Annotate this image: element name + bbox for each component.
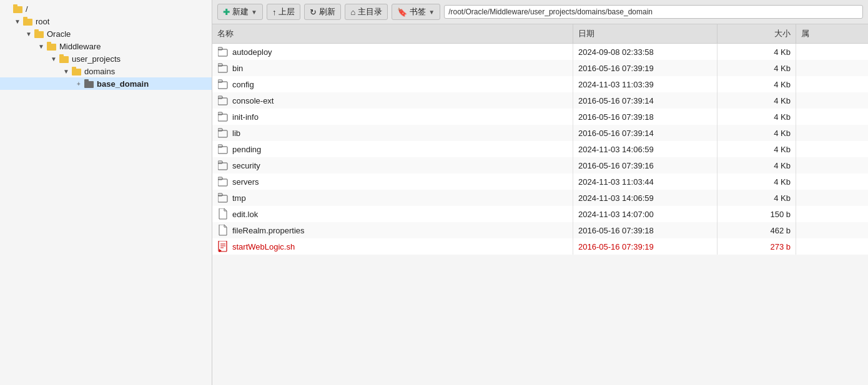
svg-rect-10 (72, 69, 81, 76)
svg-rect-8 (59, 56, 69, 63)
home-button-label: 主目录 (358, 6, 382, 17)
folder-icon (217, 46, 229, 57)
file-name-cell: servers (212, 173, 573, 190)
root-label: / (26, 4, 28, 14)
table-row[interactable]: bin2016-05-16 07:39:194 Kb (212, 60, 868, 76)
svg-rect-7 (47, 42, 51, 44)
script-icon (217, 241, 229, 252)
table-row[interactable]: config2024-11-03 11:03:394 Kb (212, 76, 868, 92)
svg-rect-18 (218, 82, 227, 89)
svg-rect-30 (218, 179, 227, 186)
file-name-cell: startWebLogic.sh (212, 238, 573, 255)
user-projects-folder-icon (59, 54, 70, 64)
path-bar[interactable] (444, 5, 863, 19)
file-size-cell: 273 b (718, 238, 796, 255)
tree-item-oracle[interactable]: ▼ Oracle (0, 27, 212, 40)
table-row[interactable]: console-ext2016-05-16 07:39:144 Kb (212, 92, 868, 109)
col-header-date[interactable]: 日期 (573, 24, 718, 44)
svg-rect-22 (218, 114, 227, 121)
file-date-cell: 2016-05-16 07:39:16 (573, 157, 718, 173)
file-attr-cell (796, 173, 869, 190)
svg-rect-9 (59, 54, 64, 57)
table-row[interactable]: pending2024-11-03 14:06:594 Kb (212, 141, 868, 157)
file-name-cell: pending (212, 141, 573, 157)
up-button[interactable]: ↑ 上层 (267, 4, 301, 20)
tree-item-middleware[interactable]: ▼ Middleware (0, 40, 212, 52)
file-date-cell: 2024-11-03 14:06:59 (573, 190, 718, 206)
svg-rect-2 (23, 19, 32, 26)
file-date-cell: 2024-11-03 11:03:39 (573, 76, 718, 92)
file-date-cell: 2024-09-08 02:33:58 (573, 44, 718, 61)
svg-rect-4 (34, 31, 44, 38)
table-row[interactable]: edit.lok2024-11-03 14:07:00150 b (212, 206, 868, 222)
middleware-expander: ▼ (36, 41, 46, 51)
file-name-cell: edit.lok (212, 206, 573, 222)
table-row[interactable]: fileRealm.properties2016-05-16 07:39:184… (212, 222, 868, 238)
bookmark-button[interactable]: 🔖 书签 ▼ (392, 4, 440, 20)
svg-rect-28 (218, 163, 227, 170)
svg-rect-5 (34, 29, 39, 32)
base-domain-folder-icon (84, 79, 95, 89)
folder-icon (217, 192, 229, 203)
table-row[interactable]: lib2016-05-16 07:39:144 Kb (212, 125, 868, 141)
table-row[interactable]: startWebLogic.sh2016-05-16 07:39:19273 b (212, 238, 868, 255)
file-icon (217, 225, 229, 236)
file-date-cell: 2024-11-03 14:07:00 (573, 206, 718, 222)
tree-item-domains[interactable]: ▼ domains (0, 65, 212, 77)
refresh-button[interactable]: ↻ 刷新 (304, 4, 341, 20)
file-attr-cell (796, 109, 869, 125)
file-name-text: tmp (232, 193, 246, 203)
tree-item-root[interactable]: ▼ root (0, 15, 212, 27)
file-name-cell: tmp (212, 190, 573, 206)
file-attr-cell (796, 157, 869, 173)
table-header-row: 名称 日期 大小 属 (212, 24, 868, 44)
file-attr-cell (796, 76, 869, 92)
file-size-cell: 4 Kb (718, 109, 796, 125)
table-row[interactable]: init-info2016-05-16 07:39:184 Kb (212, 109, 868, 125)
root-folder-icon (12, 4, 24, 14)
oracle-expander: ▼ (24, 29, 34, 39)
root-expander-icon (2, 4, 12, 14)
svg-rect-26 (218, 147, 227, 154)
svg-rect-16 (218, 66, 227, 72)
middleware-folder-icon (46, 41, 57, 51)
file-date-cell: 2024-11-03 14:06:59 (573, 141, 718, 157)
file-name-cell: autodeploy (212, 44, 573, 61)
file-size-cell: 150 b (718, 206, 796, 222)
file-attr-cell (796, 60, 869, 76)
svg-rect-1 (13, 4, 17, 7)
tree-item-user-projects[interactable]: ▼ user_projects (0, 52, 212, 65)
tree-root-item[interactable]: / (0, 2, 212, 15)
col-header-name[interactable]: 名称 (212, 24, 573, 44)
tree-root-node-label: root (36, 17, 49, 26)
file-name-cell: config (212, 76, 573, 92)
new-button[interactable]: ✚ 新建 ▼ (217, 4, 263, 20)
up-button-label: 上层 (279, 6, 295, 17)
file-icon (217, 208, 229, 220)
folder-icon (217, 62, 229, 74)
base-domain-expander: + (74, 79, 84, 89)
col-header-size[interactable]: 大小 (718, 24, 796, 44)
table-row[interactable]: autodeploy2024-09-08 02:33:584 Kb (212, 44, 868, 61)
middleware-label: Middleware (59, 42, 101, 51)
folder-icon (217, 176, 229, 187)
file-name-text: pending (232, 145, 261, 154)
bookmark-dropdown-icon: ▼ (428, 9, 435, 16)
table-row[interactable]: tmp2024-11-03 14:06:594 Kb (212, 190, 868, 206)
bookmark-button-label: 书签 (410, 6, 426, 17)
file-size-cell: 4 Kb (718, 76, 796, 92)
table-row[interactable]: servers2024-11-03 11:03:444 Kb (212, 173, 868, 190)
file-date-cell: 2016-05-16 07:39:14 (573, 125, 718, 141)
col-header-attr[interactable]: 属 (796, 24, 869, 44)
home-button[interactable]: ⌂ 主目录 (345, 4, 388, 20)
bookmark-icon: 🔖 (397, 7, 407, 17)
file-size-cell: 4 Kb (718, 141, 796, 157)
tree-item-base-domain[interactable]: + base_domain (0, 77, 212, 90)
file-size-cell: 4 Kb (718, 173, 796, 190)
folder-icon (217, 79, 229, 90)
table-row[interactable]: security2016-05-16 07:39:164 Kb (212, 157, 868, 173)
svg-rect-32 (218, 195, 227, 202)
file-date-cell: 2016-05-16 07:39:14 (573, 92, 718, 109)
main-panel: ✚ 新建 ▼ ↑ 上层 ↻ 刷新 ⌂ 主目录 🔖 书签 ▼ 名称 (212, 0, 868, 385)
file-name-cell: console-ext (212, 92, 573, 109)
